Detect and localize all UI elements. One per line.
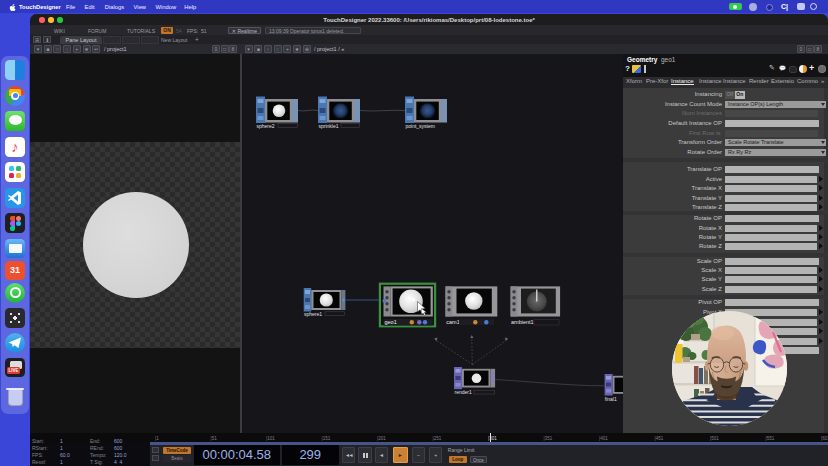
svg-text:final1: final1 (605, 396, 617, 402)
svg-text:cam1: cam1 (446, 319, 459, 325)
svg-text:point_system: point_system (406, 123, 435, 129)
svg-text:sphere1: sphere1 (304, 311, 322, 317)
svg-text:sphere2: sphere2 (257, 123, 275, 129)
svg-text:render1: render1 (455, 389, 472, 395)
svg-text:geo1: geo1 (385, 319, 397, 325)
svg-text:sprinkle1: sprinkle1 (319, 123, 339, 129)
svg-text:ambient1: ambient1 (511, 319, 534, 325)
